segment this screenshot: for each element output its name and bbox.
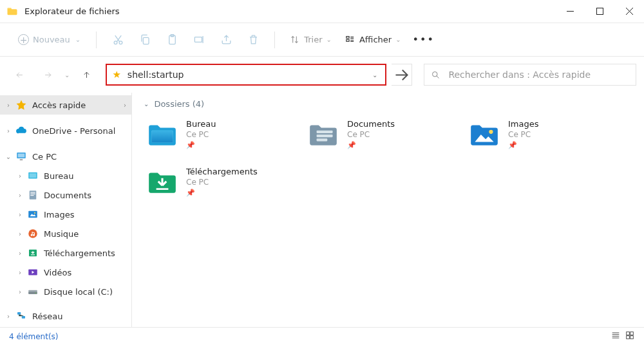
search-icon	[431, 70, 440, 80]
sidebar-item-music[interactable]: › Musique	[0, 224, 131, 243]
maximize-button[interactable]	[585, 0, 614, 23]
forward-button[interactable]	[36, 63, 59, 86]
chevron-right-icon[interactable]: ›	[15, 288, 24, 295]
status-bar: 4 élément(s)	[0, 327, 644, 345]
search-box[interactable]	[424, 64, 636, 86]
paste-button[interactable]	[160, 28, 184, 51]
sidebar-item-label: Accès rapide	[32, 100, 86, 110]
address-input[interactable]	[126, 69, 370, 80]
more-button[interactable]: •••	[409, 33, 428, 46]
folder-location: Ce PC	[186, 178, 258, 187]
group-header[interactable]: ⌄ Dossiers (4)	[144, 99, 632, 109]
close-button[interactable]	[614, 0, 644, 23]
video-icon	[27, 266, 39, 278]
item-count: 4 élément(s)	[9, 332, 59, 341]
sidebar-item-desktop[interactable]: › Bureau	[0, 166, 131, 185]
svg-rect-14	[30, 173, 37, 178]
svg-rect-32	[317, 131, 333, 133]
svg-point-1	[114, 41, 117, 44]
chevron-right-icon[interactable]: ›	[4, 313, 13, 320]
chevron-right-icon[interactable]: ›	[15, 230, 24, 238]
go-button[interactable]	[392, 64, 412, 86]
document-icon	[27, 189, 39, 201]
sidebar-item-label: Images	[44, 210, 75, 219]
cloud-icon	[15, 125, 27, 136]
folder-item[interactable]: Images Ce PC 📌	[466, 117, 627, 155]
sort-button[interactable]: Trier ⌄	[284, 31, 337, 48]
svg-rect-39	[627, 336, 630, 339]
chevron-right-icon[interactable]: ›	[15, 250, 24, 257]
svg-rect-11	[18, 154, 25, 158]
history-dropdown[interactable]: ⌄	[64, 71, 70, 79]
view-button[interactable]: Afficher ⌄	[339, 31, 406, 48]
back-button[interactable]	[8, 63, 31, 86]
folder-item[interactable]: Téléchargements Ce PC 📌	[144, 164, 305, 203]
sidebar-item-onedrive[interactable]: › OneDrive - Personal	[0, 121, 131, 140]
command-toolbar: + Nouveau ⌄ Trier ⌄ Afficher ⌄ •••	[0, 23, 644, 57]
folder-name: Images	[508, 119, 539, 129]
chevron-right-icon[interactable]: ›	[4, 127, 13, 135]
svg-rect-18	[30, 195, 33, 196]
sidebar-item-network[interactable]: › Réseau	[0, 306, 131, 326]
search-input[interactable]	[447, 69, 629, 80]
svg-rect-31	[151, 131, 173, 143]
sidebar-item-label: Musique	[44, 229, 79, 239]
sidebar-item-label: Téléchargements	[44, 248, 115, 258]
sidebar-item-documents[interactable]: › Documents	[0, 185, 131, 205]
content-pane[interactable]: ⌄ Dossiers (4) Bureau Ce PC 📌 Documents …	[132, 93, 644, 327]
folder-item[interactable]: Documents Ce PC 📌	[305, 117, 466, 155]
chevron-right-icon[interactable]: ›	[15, 192, 24, 199]
sidebar-item-images[interactable]: › Images	[0, 205, 131, 224]
sidebar-item-label: Réseau	[32, 312, 62, 321]
details-view-button[interactable]	[611, 330, 621, 342]
svg-rect-8	[346, 40, 349, 42]
copy-button[interactable]	[133, 28, 157, 51]
svg-rect-38	[630, 332, 634, 335]
chevron-down-icon[interactable]: ⌄	[370, 71, 380, 79]
delete-button[interactable]	[241, 28, 265, 51]
large-icons-view-button[interactable]	[625, 330, 635, 342]
svg-rect-40	[630, 336, 634, 339]
folder-name: Téléchargements	[186, 167, 258, 176]
chevron-down-icon[interactable]: ⌄	[4, 153, 13, 160]
pin-icon: 📌	[508, 141, 539, 149]
group-label: Dossiers (4)	[154, 99, 204, 109]
svg-rect-12	[20, 160, 23, 161]
new-button[interactable]: + Nouveau ⌄	[12, 31, 87, 48]
sidebar-item-this-pc[interactable]: ⌄ Ce PC	[0, 147, 131, 166]
plus-icon: +	[18, 34, 29, 45]
pin-icon: 📌	[186, 189, 258, 197]
sidebar-item-disk-c[interactable]: › Disque local (C:)	[0, 282, 131, 301]
svg-point-27	[35, 293, 37, 294]
star-icon: ★	[112, 69, 120, 80]
sidebar-item-videos[interactable]: › Vidéos	[0, 263, 131, 282]
address-bar[interactable]: ★ ⌄	[106, 64, 386, 86]
sidebar-item-label: Bureau	[44, 171, 73, 181]
chevron-right-icon[interactable]: ›	[15, 269, 24, 276]
sidebar-item-quick-access[interactable]: › Accès rapide ›	[0, 95, 131, 115]
chevron-right-icon[interactable]: ›	[4, 102, 13, 109]
folder-icon	[6, 6, 18, 17]
chevron-right-icon[interactable]: ›	[15, 172, 24, 180]
chevron-right-icon: ›	[124, 102, 126, 109]
navigation-tree[interactable]: › Accès rapide › › OneDrive - Personal ⌄…	[0, 93, 132, 327]
music-icon	[27, 228, 39, 239]
sidebar-item-downloads[interactable]: › Téléchargements	[0, 243, 131, 263]
up-button[interactable]	[75, 63, 98, 86]
svg-point-35	[489, 130, 493, 134]
chevron-right-icon[interactable]: ›	[15, 211, 24, 218]
minimize-button[interactable]	[555, 0, 585, 23]
sidebar-item-label: OneDrive - Personal	[32, 126, 115, 136]
svg-rect-0	[596, 8, 603, 15]
view-label: Afficher	[359, 35, 392, 44]
folder-location: Ce PC	[508, 130, 539, 139]
rename-button[interactable]	[187, 28, 211, 51]
svg-rect-3	[143, 37, 149, 44]
chevron-down-icon: ⌄	[327, 36, 332, 43]
folder-item[interactable]: Bureau Ce PC 📌	[144, 117, 305, 155]
share-button[interactable]	[214, 28, 238, 51]
pin-icon: 📌	[186, 141, 216, 149]
separator	[96, 32, 97, 48]
title-bar: Explorateur de fichiers	[0, 0, 644, 23]
cut-button[interactable]	[106, 28, 130, 51]
